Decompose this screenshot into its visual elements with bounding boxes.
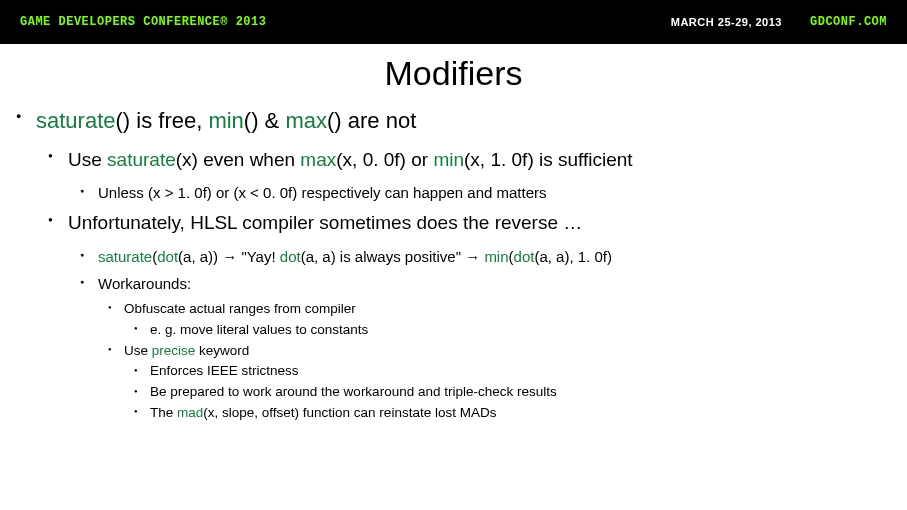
- keyword-dot: dot: [280, 248, 301, 265]
- bullet-l1: saturate() is free, min() & max() are no…: [10, 105, 897, 424]
- keyword-saturate: saturate: [107, 149, 176, 170]
- slide-content: saturate() is free, min() & max() are no…: [0, 105, 907, 424]
- conference-name: GAME DEVELOPERS CONFERENCE® 2013: [20, 15, 266, 29]
- conference-site: GDCONF.COM: [810, 15, 887, 29]
- bullet-l3: Unless (x > 1. 0f) or (x < 0. 0f) respec…: [68, 179, 897, 206]
- keyword-max: max: [285, 108, 327, 133]
- slide-title: Modifiers: [0, 54, 907, 93]
- keyword-dot: dot: [157, 248, 178, 265]
- bullet-l3: Workarounds: Obfuscate actual ranges fro…: [68, 270, 897, 425]
- keyword-saturate: saturate: [36, 108, 116, 133]
- keyword-max: max: [300, 149, 336, 170]
- keyword-dot: dot: [514, 248, 535, 265]
- bullet-l3: saturate(dot(a, a)) → "Yay! dot(a, a) is…: [68, 243, 897, 270]
- slide: GAME DEVELOPERS CONFERENCE® 2013 MARCH 2…: [0, 0, 907, 510]
- keyword-saturate: saturate: [98, 248, 152, 265]
- keyword-min: min: [484, 248, 508, 265]
- keyword-min: min: [433, 149, 464, 170]
- bullet-l5: Be prepared to work around the workaroun…: [124, 382, 897, 403]
- topbar: GAME DEVELOPERS CONFERENCE® 2013 MARCH 2…: [0, 0, 907, 44]
- bullet-l2: Use saturate(x) even when max(x, 0. 0f) …: [36, 145, 897, 206]
- topbar-right: MARCH 25-29, 2013 GDCONF.COM: [671, 15, 887, 29]
- keyword-min: min: [208, 108, 243, 133]
- conference-date: MARCH 25-29, 2013: [671, 16, 782, 28]
- bullet-l5: The mad(x, slope, offset) function can r…: [124, 403, 897, 424]
- keyword-mad: mad: [177, 405, 203, 420]
- bullet-l5: e. g. move literal values to constants: [124, 320, 897, 341]
- bullet-l2: Unfortunately, HLSL compiler sometimes d…: [36, 208, 897, 424]
- bullet-l5: Enforces IEEE strictness: [124, 361, 897, 382]
- bullet-l4: Use precise keyword Enforces IEEE strict…: [98, 341, 897, 425]
- bullet-l4: Obfuscate actual ranges from compiler e.…: [98, 299, 897, 341]
- keyword-precise: precise: [152, 343, 196, 358]
